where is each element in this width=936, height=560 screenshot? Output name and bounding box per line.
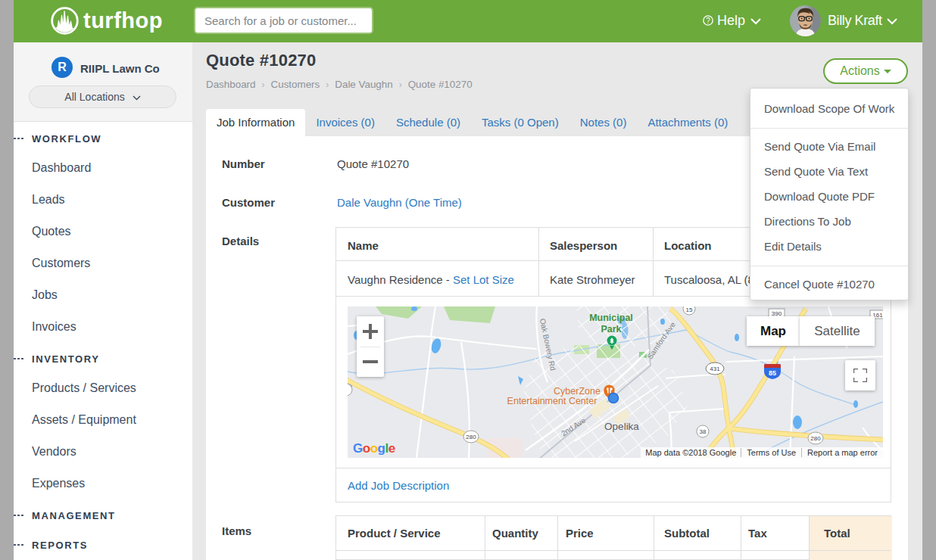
svg-text:280: 280 [466, 434, 476, 440]
svg-text:Municipal: Municipal [589, 313, 633, 323]
svg-text:280: 280 [810, 435, 821, 442]
svg-text:Opelika: Opelika [604, 421, 639, 432]
svg-text:Entertainment Center: Entertainment Center [507, 396, 597, 406]
svg-text:38: 38 [700, 428, 707, 435]
svg-text:?: ? [706, 17, 710, 25]
svg-text:85: 85 [769, 369, 776, 377]
svg-text:Park: Park [601, 324, 621, 334]
svg-text:CyberZone: CyberZone [554, 386, 601, 397]
svg-text:431: 431 [710, 366, 720, 372]
svg-text:15: 15 [686, 306, 693, 313]
